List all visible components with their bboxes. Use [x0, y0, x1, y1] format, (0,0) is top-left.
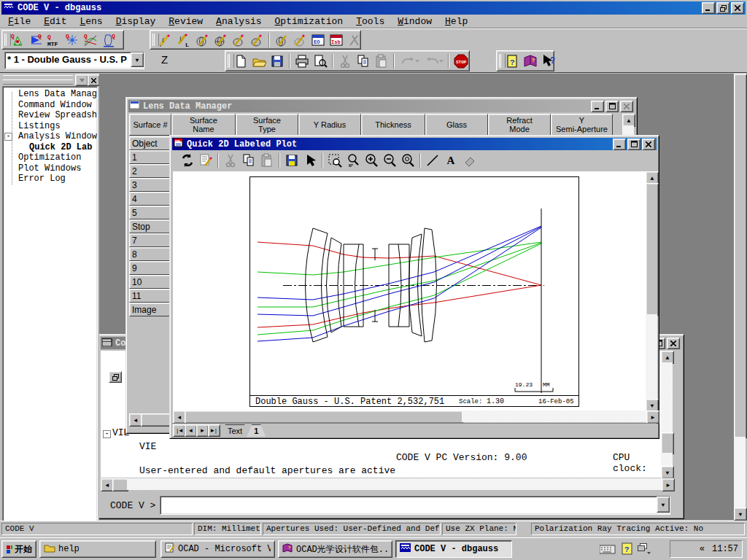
open-icon[interactable] — [251, 53, 267, 69]
lens-selector-combo[interactable]: * 1 - Double Gauss - U.S. P ▼ — [4, 52, 144, 69]
save-icon[interactable] — [269, 53, 285, 69]
tab-next-icon[interactable]: ► — [196, 424, 209, 437]
redo-icon[interactable] — [422, 53, 444, 69]
ldm-titlebar[interactable]: Lens Data Manager — [128, 100, 635, 112]
scroll-thumb[interactable] — [661, 432, 674, 454]
copy-icon[interactable] — [355, 53, 371, 69]
close-button[interactable] — [731, 2, 744, 14]
scroll-track[interactable] — [661, 453, 673, 466]
taskbar-button-ocad[interactable]: ?OCAD光学设计软件包... — [278, 540, 392, 558]
paste-icon[interactable] — [374, 53, 390, 69]
cut-icon[interactable] — [337, 53, 353, 69]
column-header-y-semi-aperture[interactable]: Y Semi-Aperture — [551, 114, 613, 136]
tab-last-icon[interactable]: ►| — [208, 424, 220, 437]
surface-row-1[interactable]: 1 — [129, 150, 171, 164]
zoom-out-icon[interactable] — [382, 152, 398, 168]
plot-tab-1[interactable]: 1 — [247, 424, 266, 437]
surface-row-7[interactable]: 7 — [129, 233, 171, 247]
column-header-surface[interactable]: Surface # — [129, 114, 171, 136]
globe-solid-icon[interactable] — [212, 32, 228, 48]
psf-icon[interactable]: Q — [64, 32, 80, 48]
menu-lens[interactable]: Lens — [73, 15, 109, 29]
properties-icon[interactable] — [198, 152, 214, 168]
mdi-vscrollbar[interactable]: ▼ — [734, 74, 746, 520]
command-vscrollbar[interactable]: ▲ ▼ — [661, 351, 673, 478]
column-header-refract-mode[interactable]: Refract Mode — [488, 114, 551, 136]
close-button[interactable] — [667, 338, 680, 349]
lens-sketch-icon[interactable] — [158, 32, 174, 48]
tree-item-analysis-windows[interactable]: Analysis Windows- — [3, 131, 96, 142]
surface-row-8[interactable]: 8 — [129, 247, 171, 261]
taskbar-button-ocad-microsoft-vi[interactable]: OCAD - Microsoft Vi... — [160, 540, 275, 558]
isb-worksheet-icon[interactable]: Isb — [328, 32, 344, 48]
scroll-right-icon[interactable]: ► — [662, 478, 675, 491]
surface-row-object[interactable]: Object — [129, 136, 171, 150]
lens-sketch-l-icon[interactable]: L — [176, 32, 192, 48]
menu-review[interactable]: Review — [162, 15, 209, 29]
undo-icon[interactable] — [398, 53, 420, 69]
combo-dropdown-icon[interactable]: ▼ — [131, 52, 144, 67]
panel-grip[interactable] — [3, 79, 73, 85]
menu-file[interactable]: File — [1, 15, 37, 29]
command-input[interactable] — [162, 498, 655, 511]
lens-section-icon[interactable]: Q — [101, 32, 117, 48]
tree-item-optimization[interactable]: Optimization — [3, 152, 96, 163]
surface-row-stop[interactable]: Stop — [129, 219, 171, 233]
surface-row-10[interactable]: 10 — [129, 275, 171, 289]
menu-display[interactable]: Display — [109, 15, 163, 29]
command-input-combo[interactable]: ▼ — [160, 496, 670, 515]
scroll-track[interactable] — [462, 411, 646, 422]
plot-tab-text[interactable]: Text — [220, 424, 249, 437]
plot-canvas-area[interactable]: 19.23 MM Double Gauss - U.S. Patent 2,53… — [173, 171, 646, 411]
minimize-button[interactable] — [591, 101, 604, 112]
ime-help-tray-icon[interactable]: ? — [622, 542, 633, 559]
save-icon[interactable] — [284, 152, 300, 168]
collapse-minus-icon[interactable]: - — [103, 430, 111, 438]
disc-plain-icon[interactable] — [292, 32, 308, 48]
menu-tools[interactable]: Tools — [349, 15, 391, 29]
zoom-in-icon[interactable] — [363, 152, 379, 168]
surface-row-4[interactable]: 4 — [129, 192, 171, 206]
help-book-icon[interactable]: ? — [522, 53, 538, 69]
restore-monitor-tray-icon[interactable] — [638, 542, 651, 559]
stop-icon[interactable]: STOP — [453, 53, 469, 69]
copy-icon[interactable] — [241, 152, 257, 168]
refresh-icon[interactable] — [179, 152, 196, 168]
globe-plain-icon[interactable] — [274, 32, 290, 48]
expander-minus-icon[interactable]: - — [4, 133, 12, 141]
plot-titlebar[interactable]: DOC Quick 2D Labeled Plot — [172, 138, 657, 150]
tree-item-quick-2d-lab[interactable]: Quick 2D Lab — [3, 142, 96, 153]
cut-icon[interactable] — [222, 152, 239, 168]
command-hscrollbar[interactable]: ◄ ► — [101, 478, 673, 491]
menu-edit[interactable]: Edit — [37, 15, 73, 29]
minimize-button[interactable] — [613, 139, 626, 150]
tab-prev-icon[interactable]: ◄ — [185, 424, 197, 437]
menu-window[interactable]: Window — [391, 15, 438, 29]
tree-item-command-window[interactable]: Command Window — [3, 100, 96, 111]
field-plot-icon[interactable]: Q — [28, 32, 44, 48]
scroll-down-icon[interactable]: ▼ — [661, 466, 674, 479]
keyboard-tray-icon[interactable] — [600, 544, 616, 558]
zoom-z-tool[interactable]: Z — [161, 53, 168, 66]
start-button[interactable]: 开始 — [1, 540, 36, 558]
minimize-button[interactable] — [702, 2, 715, 14]
tree-item-listings[interactable]: Listings — [3, 121, 96, 132]
column-header-thickness[interactable]: Thickness — [361, 114, 425, 136]
scroll-thumb[interactable] — [112, 478, 128, 491]
restore-doc-icon[interactable] — [109, 371, 122, 383]
text-tool-icon[interactable]: A — [443, 152, 459, 168]
surface-row-9[interactable]: 9 — [129, 261, 171, 275]
column-header-y-radius[interactable]: Y Radius — [298, 114, 361, 136]
scroll-track[interactable] — [646, 314, 657, 399]
scroll-right-icon[interactable]: ► — [646, 411, 659, 424]
help-topics-icon[interactable]: ? — [504, 53, 520, 69]
mtf-icon[interactable]: QMTF — [46, 32, 62, 48]
context-help-icon[interactable]: ? — [541, 53, 557, 69]
spot-diagram-icon[interactable]: Q — [9, 32, 26, 48]
plot-vscrollbar[interactable]: ▲ ▼ — [646, 171, 658, 411]
tab-first-icon[interactable]: |◄ — [173, 424, 185, 437]
maximize-button[interactable] — [605, 101, 619, 112]
surface-row-image[interactable]: Image — [129, 303, 171, 316]
maximize-button[interactable] — [627, 139, 640, 150]
globe-sketch-icon[interactable] — [194, 32, 210, 48]
